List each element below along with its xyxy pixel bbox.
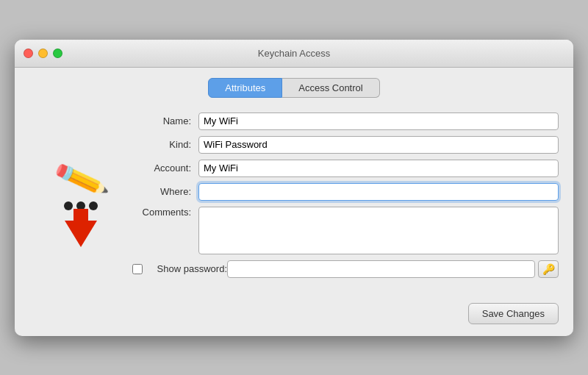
- key-icon: 🔑: [542, 263, 555, 275]
- close-button[interactable]: [24, 49, 33, 58]
- key-button[interactable]: 🔑: [538, 260, 559, 278]
- comments-input[interactable]: [198, 207, 559, 254]
- comments-row: Comments:: [132, 207, 559, 254]
- account-label: Account:: [132, 162, 198, 174]
- kind-row: Kind:: [132, 136, 559, 154]
- form-area: Name: Kind: Account: Where: Comments:: [132, 113, 559, 288]
- show-password-checkbox[interactable]: [132, 264, 143, 274]
- kind-input[interactable]: [198, 136, 559, 154]
- left-panel: ✏️: [29, 113, 132, 288]
- name-input[interactable]: [198, 113, 559, 130]
- traffic-lights: [24, 49, 62, 58]
- content-area: ✏️ Name: Kind: Account:: [15, 105, 573, 303]
- where-label: Where:: [132, 186, 198, 197]
- tab-bar: Attributes Access Control: [15, 68, 573, 105]
- account-input[interactable]: [198, 160, 559, 177]
- account-row: Account:: [132, 160, 559, 177]
- footer: Save Changes: [15, 303, 573, 336]
- dot-3: [89, 201, 98, 210]
- comments-label: Comments:: [132, 207, 198, 218]
- password-input[interactable]: [227, 260, 535, 278]
- show-password-section: Show password:: [132, 263, 227, 274]
- tab-attributes[interactable]: Attributes: [208, 78, 282, 98]
- window-title: Keychain Access: [258, 48, 330, 59]
- arrow-down-icon: [65, 221, 97, 247]
- tab-access-control[interactable]: Access Control: [282, 78, 379, 98]
- maximize-button[interactable]: [53, 49, 62, 58]
- name-row: Name:: [132, 113, 559, 130]
- minimize-button[interactable]: [38, 49, 48, 58]
- where-input[interactable]: [198, 183, 559, 201]
- kind-label: Kind:: [132, 139, 198, 150]
- where-row: Where:: [132, 183, 559, 201]
- save-changes-button[interactable]: Save Changes: [468, 303, 559, 324]
- password-input-wrap: 🔑: [227, 260, 559, 278]
- titlebar: Keychain Access: [15, 40, 573, 68]
- main-window: Keychain Access Attributes Access Contro…: [15, 40, 573, 336]
- password-row: Show password: 🔑: [132, 260, 559, 278]
- name-label: Name:: [132, 115, 198, 126]
- show-password-label: Show password:: [146, 263, 227, 274]
- pencil-icon: ✏️: [52, 153, 110, 205]
